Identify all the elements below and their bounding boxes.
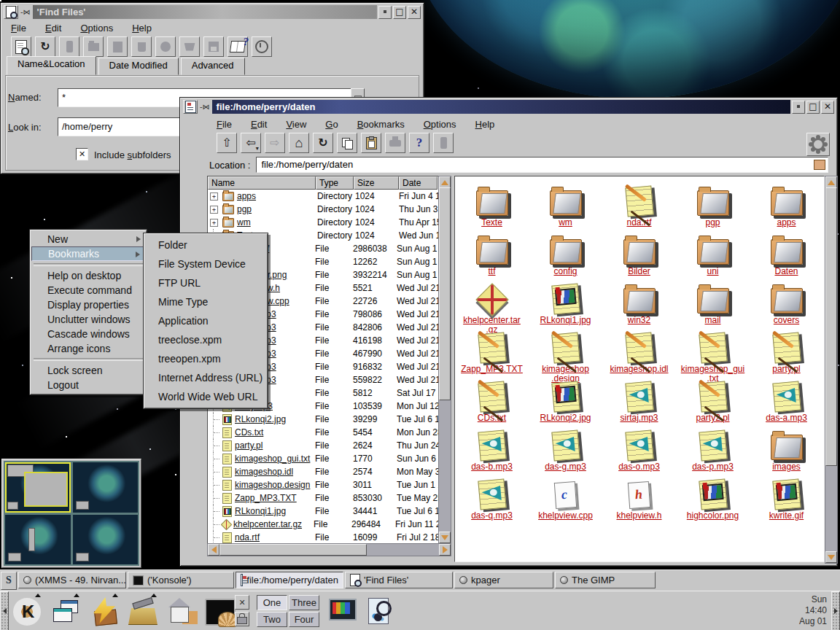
task-xmms49nirvan[interactable]: (XMMS - 49. Nirvan...: [18, 572, 126, 588]
icon-view-item[interactable]: kimageshop_gui .txt: [676, 332, 750, 381]
menu-kfm-edit[interactable]: Edit: [251, 119, 267, 130]
taskbar-s-button[interactable]: S: [1, 572, 17, 590]
help-book-button[interactable]: [228, 36, 248, 57]
maximize-button[interactable]: □: [806, 101, 820, 114]
menu-kfm-help[interactable]: Help: [475, 119, 495, 130]
system-monitor-button[interactable]: [327, 595, 357, 627]
klipper-lightning-button[interactable]: [89, 596, 120, 628]
close-button[interactable]: ✕: [821, 101, 834, 114]
icon-label[interactable]: RLkonqi2.jpg: [540, 413, 591, 423]
task-findfiles[interactable]: 'Find Files': [345, 572, 453, 588]
menu-item-arrange-icons[interactable]: Arrange icons: [31, 341, 145, 356]
icon-label[interactable]: khelpview.h: [616, 511, 661, 521]
file-name-link[interactable]: party.pl: [235, 440, 315, 451]
icon-label[interactable]: highcolor.png: [687, 511, 739, 521]
menu-item-logout[interactable]: Logout: [31, 378, 145, 392]
icon-view-item[interactable]: ttf: [455, 235, 529, 284]
icon-view-scrollbar[interactable]: [825, 176, 838, 564]
icon-label[interactable]: das-q.mp3: [471, 511, 513, 521]
icon-view-item[interactable]: images: [750, 430, 823, 479]
column-header-date[interactable]: Date: [399, 176, 438, 190]
save-button[interactable]: [203, 36, 224, 57]
icon-label[interactable]: das-o.mp3: [618, 462, 660, 472]
stop-button[interactable]: [59, 36, 79, 57]
icon-view-item[interactable]: wm: [529, 186, 602, 235]
pager-desktop-4[interactable]: [73, 515, 139, 565]
window-menu-button[interactable]: [792, 101, 805, 114]
file-name-link[interactable]: Zapp_MP3.TXT: [235, 493, 315, 503]
file-name-link[interactable]: apps: [237, 191, 317, 201]
pager-desktop-2[interactable]: [73, 462, 139, 513]
menu-item-display-properties[interactable]: Display properties: [31, 298, 145, 312]
scroll-up-arrow[interactable]: [439, 176, 451, 188]
refresh-button[interactable]: [35, 36, 55, 57]
table-row[interactable]: CDs.txtFile5454Mon Jun 28 2: [208, 426, 439, 439]
task-kpager[interactable]: kpager: [454, 572, 553, 588]
icon-view-item[interactable]: config: [529, 235, 602, 284]
expander-icon[interactable]: +: [210, 206, 218, 214]
icon-label[interactable]: wm: [559, 218, 572, 228]
submenu-item-world-wide-web-url[interactable]: World Wide Web URL: [145, 387, 266, 406]
icon-view-item[interactable]: RLkonqi2.jpg: [529, 381, 602, 430]
tab-datemodified[interactable]: Date Modified: [98, 58, 179, 75]
icon-view-item[interactable]: das-p.mp3: [676, 430, 750, 479]
record-button[interactable]: [155, 36, 176, 57]
pager-desktop-3[interactable]: [5, 515, 71, 565]
icon-view-item[interactable]: Zapp_MP3.TXT: [455, 332, 529, 381]
column-header-size[interactable]: Size: [354, 176, 399, 190]
icon-view-item[interactable]: das-o.mp3: [602, 430, 676, 479]
icon-label[interactable]: kwrite.gif: [769, 511, 804, 521]
column-header-name[interactable]: Name: [208, 176, 316, 190]
icon-view-item[interactable]: covers: [750, 284, 823, 332]
icon-label[interactable]: win32: [628, 316, 650, 325]
icon-view-item[interactable]: das-q.mp3: [455, 479, 529, 528]
reload-button[interactable]: [313, 133, 333, 153]
lock-screen-button[interactable]: [235, 612, 249, 626]
icon-view-item[interactable]: Daten: [750, 235, 823, 284]
icon-label[interactable]: party2.pl: [696, 413, 729, 423]
task-filehomeperryd[interactable]: file:/home/perry/daten: [236, 572, 343, 588]
menu-item-execute-command[interactable]: Execute command: [31, 283, 145, 298]
icon-view-item[interactable]: mail: [676, 284, 750, 332]
table-row[interactable]: kimageshop_gui.txtFile1770Sun Jun 6 14: [208, 452, 439, 465]
icon-view-item[interactable]: das-g.mp3: [529, 430, 602, 479]
icon-label[interactable]: party.pl: [772, 365, 800, 374]
file-name-link[interactable]: kimageshop.idl: [235, 467, 315, 477]
menu-ff-options[interactable]: Options: [80, 23, 113, 34]
file-name-link[interactable]: nda.rtf: [235, 532, 315, 542]
menu-item-unclutter-windows[interactable]: Unclutter windows: [31, 312, 145, 327]
search-file-button[interactable]: [11, 36, 31, 57]
table-row[interactable]: RLkonqi2.jpgFile39299Tue Jul 6 15:: [208, 413, 439, 426]
tab-namelocation[interactable]: Name&Location: [7, 56, 96, 75]
file-name-link[interactable]: kimageshop.design: [235, 480, 315, 490]
menu-item-cascade-windows[interactable]: Cascade windows: [31, 327, 145, 341]
icon-view-item[interactable]: khelpview.cpp: [529, 479, 602, 528]
window-menu-button[interactable]: [378, 6, 392, 19]
table-row[interactable]: party.plFile2624Thu Jun 24 01: [208, 439, 439, 452]
scroll-down-arrow[interactable]: [439, 532, 451, 543]
table-row[interactable]: +appsDirectory1024Fri Jun 4 17:2: [208, 190, 439, 203]
menu-ff-file[interactable]: File: [11, 23, 26, 34]
pager-desktop-one[interactable]: One: [257, 595, 287, 610]
icon-label[interactable]: das-b.mp3: [471, 462, 513, 472]
file-name-link[interactable]: RLkonqi2.jpg: [235, 414, 315, 424]
tree-vertical-scrollbar[interactable]: [438, 176, 451, 544]
menu-item-help-on-desktop[interactable]: Help on desktop: [31, 268, 145, 283]
expander-icon[interactable]: +: [210, 192, 218, 201]
submenu-item-mime-type[interactable]: Mime Type: [145, 292, 266, 311]
icon-view-item[interactable]: CDs.txt: [455, 381, 529, 430]
menu-ff-help[interactable]: Help: [132, 23, 152, 34]
icon-view-item[interactable]: uni: [676, 235, 750, 284]
pager-desktop-two[interactable]: Two: [257, 612, 287, 627]
table-row[interactable]: nda.rtfFile16099Fri Jul 2 18:1: [208, 531, 439, 544]
icon-label[interactable]: Bilder: [628, 267, 650, 276]
submenu-item-file-system-device[interactable]: File System Device: [145, 254, 266, 273]
submenu-item-folder[interactable]: Folder: [145, 236, 266, 254]
archive-button[interactable]: [107, 36, 128, 57]
pager-desktop-three[interactable]: Three: [289, 595, 319, 610]
column-header-type[interactable]: Type: [316, 176, 354, 190]
copy-button[interactable]: [337, 133, 357, 153]
icon-label[interactable]: Texte: [481, 218, 502, 228]
close-button[interactable]: ✕: [408, 6, 421, 19]
up-button[interactable]: [217, 133, 237, 153]
